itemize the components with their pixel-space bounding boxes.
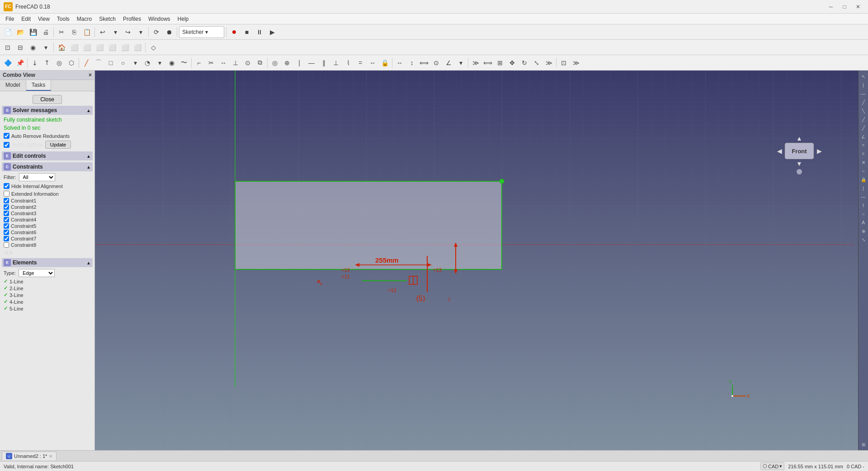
rt-circle2[interactable]: ○ bbox=[859, 210, 868, 218]
constraint-list-right-arrow[interactable]: ▶ bbox=[9, 249, 14, 255]
top-view-btn[interactable]: ⬜ bbox=[81, 42, 93, 53]
extended-info-checkbox[interactable] bbox=[4, 191, 9, 197]
open-button[interactable]: 📂 bbox=[14, 26, 26, 38]
auto-update-checkbox[interactable] bbox=[4, 142, 9, 148]
rt-a-label[interactable]: A bbox=[859, 218, 868, 226]
std-view-btn[interactable]: 🏠 bbox=[56, 42, 67, 53]
right-view-btn[interactable]: ⬜ bbox=[94, 42, 105, 53]
fix-horz-dist[interactable]: ↔ bbox=[394, 57, 406, 69]
polyline-btn[interactable]: ⌒ bbox=[93, 57, 104, 69]
constr-tangent[interactable]: ⌇ bbox=[342, 57, 354, 69]
menu-macro[interactable]: Macro bbox=[73, 15, 95, 23]
constraint-list-left-arrow[interactable]: ◀ bbox=[4, 249, 8, 255]
tab-tasks[interactable]: Tasks bbox=[26, 80, 52, 91]
menu-windows[interactable]: Windows bbox=[145, 15, 174, 23]
constraints-section-header[interactable]: C Constraints ▲ bbox=[2, 162, 93, 171]
carbon-copy-btn[interactable]: ⧉ bbox=[254, 57, 266, 69]
arc-btn[interactable]: ◔ bbox=[142, 57, 153, 69]
solver-collapse-icon[interactable]: ▲ bbox=[86, 108, 91, 113]
rt-equal1[interactable]: = bbox=[859, 141, 868, 149]
minimize-button[interactable]: ─ bbox=[825, 2, 837, 12]
filter-select[interactable]: All bbox=[19, 173, 55, 181]
constr-block[interactable]: 🔒 bbox=[379, 57, 391, 69]
viewport[interactable]: 255mm =13 =11 =13 =12 ↖ ⟨5⟩ ↕ bbox=[95, 71, 858, 450]
bottom-view-btn[interactable]: ⬜ bbox=[132, 42, 143, 53]
close-button[interactable]: ✕ bbox=[852, 2, 864, 12]
pause-button[interactable]: ⏸ bbox=[254, 26, 265, 38]
cad-dropdown[interactable]: ▾ bbox=[779, 463, 782, 469]
left-view-btn[interactable]: ⬜ bbox=[119, 42, 131, 53]
sketch-btn3[interactable]: ◎ bbox=[53, 57, 65, 69]
sketch-btn4[interactable]: ⬡ bbox=[66, 57, 77, 69]
combo-view-close-icon[interactable]: × bbox=[89, 72, 92, 78]
constraint4-checkbox[interactable] bbox=[4, 217, 9, 222]
rt-arrow-btn[interactable]: ↖ bbox=[859, 72, 868, 80]
rt-bottom-btn[interactable]: ⊞ bbox=[859, 440, 868, 448]
rt-cross[interactable]: ✕ bbox=[859, 158, 868, 166]
extend-btn[interactable]: ↔ bbox=[217, 57, 229, 69]
trim-btn[interactable]: ✂ bbox=[205, 57, 217, 69]
constraint1-checkbox[interactable] bbox=[4, 198, 9, 203]
constraint6-checkbox[interactable] bbox=[4, 230, 9, 235]
move-btn[interactable]: ✥ bbox=[506, 57, 518, 69]
undo-dropdown[interactable]: ▾ bbox=[109, 26, 121, 38]
menu-edit[interactable]: Edit bbox=[18, 15, 34, 23]
constraint3-checkbox[interactable] bbox=[4, 211, 9, 216]
constr-equal[interactable]: = bbox=[354, 57, 366, 69]
tab-model[interactable]: Model bbox=[0, 80, 26, 91]
scale-btn[interactable]: ⤡ bbox=[531, 57, 542, 69]
menu-tools[interactable]: Tools bbox=[53, 15, 73, 23]
cube-down-arrow[interactable]: ▼ bbox=[795, 159, 804, 168]
stop-button[interactable]: ■ bbox=[241, 26, 253, 38]
more-btn[interactable]: ≫ bbox=[543, 57, 555, 69]
circle-dropdown[interactable]: ▾ bbox=[129, 57, 141, 69]
external-btn[interactable]: ⊙ bbox=[242, 57, 254, 69]
constr-coincident[interactable]: ◎ bbox=[269, 57, 281, 69]
fix-dist[interactable]: ⟺ bbox=[418, 57, 430, 69]
ellipse-btn[interactable]: ◉ bbox=[166, 57, 178, 69]
rt-line-horiz[interactable]: — bbox=[859, 89, 868, 98]
rt-diag1[interactable]: ╱ bbox=[859, 98, 868, 106]
constraint8-checkbox[interactable] bbox=[4, 242, 9, 248]
constr-horizontal[interactable]: — bbox=[306, 57, 317, 69]
edit-controls-section-header[interactable]: E Edit controls ▲ bbox=[2, 151, 93, 160]
edit-collapse-icon[interactable]: ▲ bbox=[86, 154, 91, 159]
menu-view[interactable]: View bbox=[34, 15, 53, 23]
hide-internal-checkbox[interactable] bbox=[4, 183, 9, 189]
menu-help[interactable]: Help bbox=[174, 15, 193, 23]
sketch-btn1[interactable]: ⤓ bbox=[29, 57, 41, 69]
array-btn[interactable]: ⊞ bbox=[494, 57, 506, 69]
rt-line-vert[interactable]: | bbox=[859, 81, 868, 89]
split-btn[interactable]: ⊥ bbox=[230, 57, 241, 69]
menu-profiles[interactable]: Profiles bbox=[119, 15, 145, 23]
rt-lock[interactable]: 🔒 bbox=[859, 175, 868, 184]
draw-style-btn[interactable]: ◉ bbox=[27, 42, 39, 53]
rotate-btn[interactable]: ↻ bbox=[519, 57, 530, 69]
bspline-btn[interactable]: 〜 bbox=[178, 57, 190, 69]
tab-close-unnamed2[interactable]: ✕ bbox=[49, 454, 52, 459]
constrain-more-dropdown[interactable]: ▾ bbox=[455, 57, 467, 69]
close-sketch-button[interactable]: Close bbox=[33, 95, 62, 104]
draw-dropdown[interactable]: ▾ bbox=[40, 42, 52, 53]
mirror-btn[interactable]: ⟺ bbox=[482, 57, 494, 69]
line-btn[interactable]: ╱ bbox=[80, 57, 92, 69]
rt-diag3[interactable]: ╱ bbox=[859, 115, 868, 123]
cube-front-face[interactable]: Front bbox=[785, 143, 814, 159]
play-button[interactable]: ▶ bbox=[266, 26, 278, 38]
rt-measure[interactable]: ⤡ bbox=[859, 236, 868, 244]
macro-button[interactable]: ⏺ bbox=[163, 26, 175, 38]
rt-diag4[interactable]: ╱ bbox=[859, 124, 868, 132]
rt-horiz-bar[interactable]: — bbox=[859, 193, 868, 201]
iso-view-btn[interactable]: ◇ bbox=[147, 42, 159, 53]
rt-i-bar[interactable]: I bbox=[859, 201, 868, 209]
more-right-btn[interactable]: ≫ bbox=[570, 57, 582, 69]
save-button[interactable]: 💾 bbox=[27, 26, 39, 38]
cube-up-arrow[interactable]: ▲ bbox=[795, 134, 804, 143]
constr-point-on-obj[interactable]: ⊕ bbox=[281, 57, 293, 69]
bottom-tab-unnamed2[interactable]: U Unnamed2 : 1* ✕ bbox=[2, 452, 57, 460]
paste-button[interactable]: 📋 bbox=[81, 26, 93, 38]
sketch-btn2[interactable]: ⤒ bbox=[41, 57, 53, 69]
print-button[interactable]: 🖨 bbox=[40, 26, 52, 38]
fix-angle[interactable]: ∠ bbox=[443, 57, 454, 69]
record-button[interactable]: ● bbox=[228, 26, 240, 38]
